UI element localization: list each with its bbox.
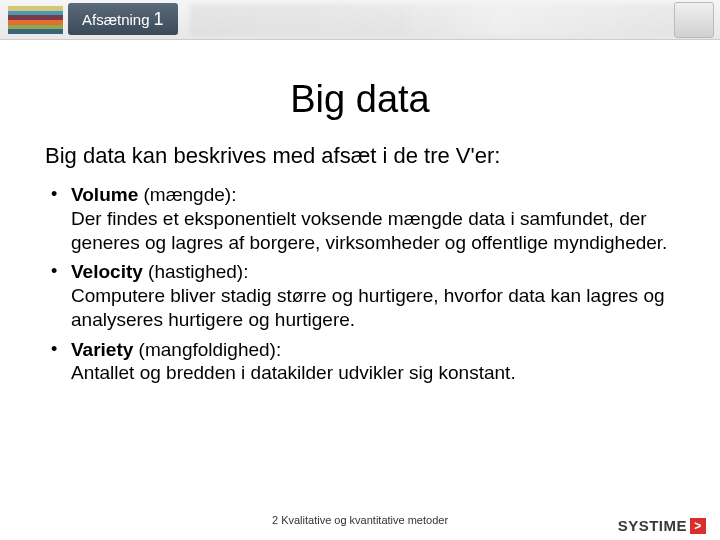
body: Der findes et eksponentielt voksende mæn… [71,208,667,253]
list-item: Variety (mangfoldighed): Antallet og bre… [71,338,675,386]
intro-text: Big data kan beskrives med afsæt i de tr… [45,143,675,169]
header-background-blur [190,4,700,36]
course-number: 1 [154,9,164,30]
brand-arrow-icon: > [690,518,706,534]
page-title: Big data [45,78,675,121]
brand-stripes-icon [8,6,63,34]
term: Velocity [71,261,143,282]
brand-logo: SYSTIME > [618,517,706,534]
slide-content: Big data Big data kan beskrives med afsæ… [0,40,720,385]
brand-name: SYSTIME [618,517,687,534]
body: Computere bliver stadig større og hurtig… [71,285,665,330]
list-item: Velocity (hastighed): Computere bliver s… [71,260,675,331]
paren: (mængde): [144,184,237,205]
paren: (hastighed): [148,261,248,282]
slide-header: Afsætning 1 [0,0,720,40]
term: Variety [71,339,133,360]
course-label: Afsætning [82,11,150,28]
course-tab: Afsætning 1 [68,3,178,35]
slide-footer: 2 Kvalitative og kvantitative metoder [0,508,720,532]
header-right-panel [674,2,714,38]
paren: (mangfoldighed): [139,339,282,360]
term: Volume [71,184,138,205]
list-item: Volume (mængde): Der findes et eksponent… [71,183,675,254]
body: Antallet og bredden i datakilder udvikle… [71,362,516,383]
bullet-list: Volume (mængde): Der findes et eksponent… [45,183,675,385]
chapter-label: 2 Kvalitative og kvantitative metoder [272,514,448,526]
